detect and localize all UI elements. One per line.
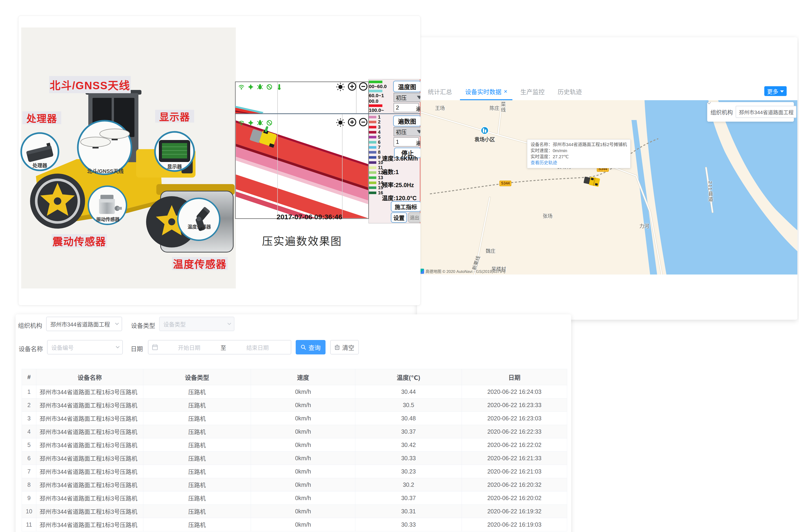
device-name-select[interactable]: 设备编号 — [47, 340, 123, 355]
table-row: 1邳州市344省道路面工程1标3号压路机压路机0km/h30.442020-06… — [22, 385, 567, 398]
poi-marker[interactable] — [481, 127, 489, 134]
table-cell: 2020-06-22 16:19:32 — [462, 505, 567, 518]
pass-number: 6 — [378, 139, 384, 145]
road-badge: S344 — [499, 180, 511, 186]
table-cell: 邳州市344省道路面工程1标3号压路机 — [36, 491, 143, 505]
map-label: 陈庄 — [490, 104, 499, 111]
table-cell: 30.42 — [355, 438, 462, 452]
calendar-icon — [152, 344, 158, 350]
pass-color-swatch — [369, 136, 376, 138]
table-cell: 2020-06-22 16:22:02 — [462, 438, 567, 452]
label-processor: 处理器 — [22, 111, 61, 124]
construction-index-button: 施工指标 — [391, 201, 421, 212]
pass-count-unit: 遍 — [416, 139, 421, 146]
pass-color-swatch — [369, 182, 376, 184]
org-filter-label: 组织机构 — [710, 108, 733, 116]
table-cell: 0km/h — [251, 385, 355, 398]
table-cell: 压路机 — [143, 438, 251, 452]
temp-scale-label: 00.0 — [369, 98, 383, 104]
table-cell: 30.44 — [355, 385, 462, 398]
tab-label: 历史轨迹 — [557, 87, 582, 96]
map-label: 魏庄 — [486, 247, 495, 254]
map-canvas[interactable] — [417, 100, 797, 274]
table-header-cell: 温度(℃) — [355, 369, 462, 385]
pass-color-swatch — [369, 171, 376, 174]
clear-button[interactable]: 清空 — [330, 340, 359, 355]
org-select-value: 邳州市344省道路面工程 — [50, 320, 110, 328]
view-history-link[interactable]: 查看历史轨迹 — [531, 160, 627, 166]
table-cell: 2020-06-22 16:20:32 — [462, 478, 567, 491]
pass-color-row: 4 — [369, 130, 384, 134]
pass-color-swatch — [369, 151, 376, 154]
table-cell: 1 — [22, 385, 36, 398]
table-cell: 0km/h — [251, 505, 355, 518]
map-label: 力河 — [640, 222, 649, 229]
temp-pass-unit: 遍 — [416, 104, 421, 112]
device-type-select[interactable]: 设备类型 — [159, 317, 234, 331]
sublabel-vibration: 振动传感器 — [96, 216, 120, 223]
tab-1[interactable]: 设备实时数据× — [460, 83, 512, 100]
chevron-down-icon — [780, 90, 784, 93]
tab-label: 设备实时数据 — [465, 87, 501, 96]
date-range-input[interactable]: 开始日期 至 结束日期 — [148, 340, 291, 355]
sublabel-temperature: 温度传感器 — [187, 223, 211, 230]
table-header-cell: 设备类型 — [143, 369, 251, 385]
pass-color-swatch — [369, 156, 376, 159]
table-cell: 压路机 — [143, 505, 251, 518]
table-cell: 压路机 — [143, 491, 251, 505]
date-end-placeholder: 结束日期 — [228, 343, 287, 352]
org-select[interactable]: 邳州市344省道路面工程 — [46, 317, 122, 331]
table-cell: 0km/h — [251, 452, 355, 465]
map-area[interactable]: 袁场小区 王场陈庄菜线袁场村张场魏庄杲楼村新栗线力河211县道 S344S344… — [417, 100, 797, 274]
pass-number: 13 — [378, 175, 384, 180]
table-cell: 2020-06-22 16:19:03 — [462, 518, 567, 531]
label-display: 显示器 — [155, 110, 194, 122]
attribution-text: 高德地图 © 2020 AutoNavi - GS(2019)6379号 — [425, 268, 506, 274]
map-org-filter: 组织机构 邳州市344省道路面工程 — [707, 102, 794, 122]
pass-color-swatch — [369, 131, 376, 134]
pass-number: 1 — [378, 114, 384, 120]
table-cell: 30.37 — [355, 491, 462, 505]
table-cell: 0km/h — [251, 465, 355, 478]
search-button[interactable]: 查询 — [296, 340, 325, 355]
sublabel-display: 显示器 — [164, 163, 185, 170]
more-button[interactable]: 更多 — [764, 86, 787, 96]
table-header-cell: 速度 — [251, 369, 355, 385]
table-cell: 2020-06-22 16:23:03 — [462, 412, 567, 425]
tab-close-icon[interactable]: × — [504, 88, 507, 95]
pass-number: 3 — [378, 125, 384, 130]
map-label: 菜线 — [499, 101, 506, 113]
tab-3[interactable]: 历史轨迹 — [552, 83, 587, 100]
table-cell: 邳州市344省道路面工程1标3号压路机 — [36, 478, 143, 491]
table-cell: 0km/h — [251, 518, 355, 531]
chevron-down-icon — [115, 323, 119, 325]
table-cell: 压路机 — [143, 425, 251, 438]
org-filter-select[interactable]: 邳州市344省道路面工程 — [736, 106, 796, 118]
pass-color-row: 13 — [369, 175, 384, 180]
table-header-row: #设备名称设备类型速度温度(℃)日期 — [22, 369, 567, 385]
table-header-cell: 设备名称 — [36, 369, 143, 385]
table-cell: 11 — [22, 518, 36, 531]
dropdown-arrow-icon — [417, 96, 421, 99]
temp-map-button: 温度图 — [393, 81, 421, 92]
table-cell: 0km/h — [251, 478, 355, 491]
equipment-diagram-panel: 北斗/GNSS天线 处理器 显示器 震动传感器 温度传感器 北斗/GNSS天线 … — [18, 16, 421, 305]
tab-2[interactable]: 生产监控 — [515, 83, 550, 100]
temp-scale: 00~60.060.0~100.0100.0~ — [369, 80, 383, 113]
tooltip-row: 实时速度：0m/min — [531, 148, 627, 154]
table-cell: 3 — [22, 412, 36, 425]
table-cell: 0km/h — [251, 412, 355, 425]
tab-0[interactable]: 统计汇总 — [423, 83, 457, 100]
temp-mode-value: 初压 — [396, 93, 406, 101]
temp-scale-label: 60.0~1 — [369, 93, 383, 98]
filter-org-label: 组织机构 — [18, 321, 42, 329]
table-cell: 0km/h — [251, 438, 355, 452]
chevron-down-icon — [227, 323, 231, 325]
table-cell: 30.33 — [355, 518, 462, 531]
table-cell: 0km/h — [251, 491, 355, 505]
pass-color-row: 1 — [369, 115, 384, 119]
pass-color-swatch — [369, 126, 376, 128]
table-cell: 2020-06-22 16:24:03 — [462, 385, 567, 398]
table-cell: 压路机 — [143, 452, 251, 465]
table-cell: 压路机 — [143, 385, 251, 398]
